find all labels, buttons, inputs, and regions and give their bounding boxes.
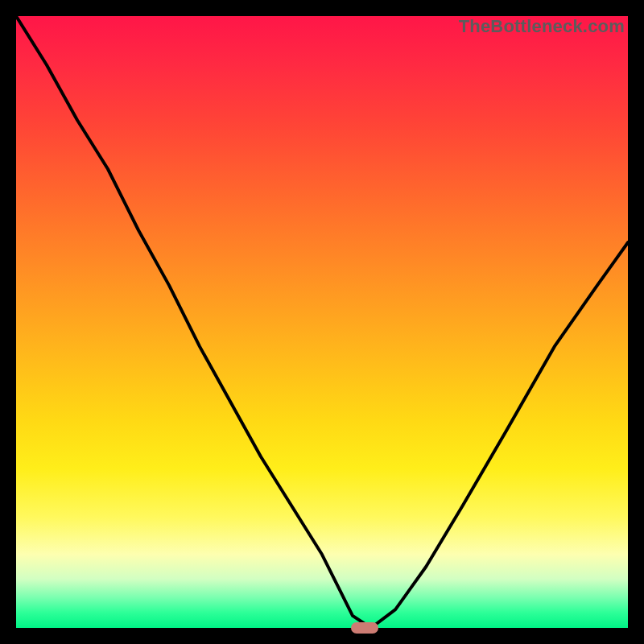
curve-path [16,16,628,628]
chart-frame: TheBottleneck.com [0,0,644,644]
optimum-marker [351,622,378,634]
plot-area: TheBottleneck.com [16,16,628,628]
bottleneck-curve [16,16,628,628]
